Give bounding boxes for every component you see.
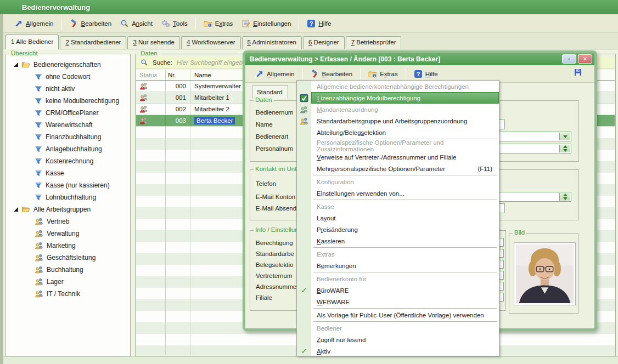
menu-item-bearbeiten[interactable]: Bearbeiten <box>65 17 116 30</box>
search-input[interactable]: Hier Suchbegriff eingeben <box>177 59 250 66</box>
menu-item-mandantenzuordnung[interactable]: Mandantenzuordnung <box>297 104 499 115</box>
bottom-strip <box>3 356 618 364</box>
tree-item-lager[interactable]: Lager <box>7 276 129 288</box>
group-icon <box>35 217 43 226</box>
group-icon <box>35 253 43 262</box>
user-status-icon <box>139 93 148 102</box>
tree-item-kasse-nur-kassieren[interactable]: Kasse (nur kassieren) <box>7 179 129 191</box>
tab-nur-sehende[interactable]: 3 Nur sehende <box>127 36 179 49</box>
tree-item-lohnbuchhaltung[interactable]: Lohnbuchhaltung <box>7 191 129 203</box>
magnifier-icon <box>120 19 129 28</box>
arrow-up-right-icon <box>255 70 264 78</box>
main-tabstrip: 1 Alle Bediener 2 Standardbediener 3 Nur… <box>3 33 618 49</box>
tree-item-keine-modulberechtigung[interactable]: keine Modulberechtigung <box>7 95 129 107</box>
users-color-icon <box>300 117 308 126</box>
dialog-menu-bearbeiten[interactable]: Bearbeiten <box>306 67 357 81</box>
dialog-menu-allgemein[interactable]: Allgemein <box>251 67 299 81</box>
column-header-status[interactable]: Status <box>136 70 166 80</box>
users-gray-icon <box>300 105 308 114</box>
field-label-bedienerart: Bedienerart <box>256 133 288 141</box>
menu-item-verweise-vertreter[interactable]: Verweise auf Vertreter-/Adressnummer und… <box>297 151 499 163</box>
column-header-nr[interactable]: Nr. <box>166 70 190 80</box>
menu-item-buroware[interactable]: ✓BüroWARE <box>297 285 499 296</box>
filter-icon <box>35 121 42 129</box>
menu-item-hilfe[interactable]: Hilfe <box>302 17 335 30</box>
tree-item-marketing[interactable]: Marketing <box>7 240 129 252</box>
menu-item-zugriff-nur-lesend[interactable]: Zugriff nur lesend <box>297 334 499 345</box>
menu-item-bemerkungen[interactable]: Bemerkungen <box>297 260 499 271</box>
user-status-icon <box>139 82 148 90</box>
tree-item-finanzbuchhaltung[interactable]: Finanzbuchhaltung <box>7 131 129 143</box>
tab-administratoren[interactable]: 5 Administratoren <box>242 36 302 49</box>
spinner-buttons[interactable] <box>559 145 570 152</box>
tree-item-geschaeftsleitung[interactable]: Geschäftsleitung <box>7 252 129 264</box>
tab-designer[interactable]: 6 Designer <box>303 36 345 49</box>
tree-item-anlagebuchhaltung[interactable]: Anlagebuchhaltung <box>7 143 129 155</box>
tab-standardbediener[interactable]: 2 Standardbediener <box>60 36 126 49</box>
tab-workflowserver[interactable]: 4 Workflowserver <box>181 36 241 49</box>
menu-item-webware[interactable]: WEBWARE <box>297 296 499 308</box>
filter-icon <box>35 109 42 117</box>
dropdown-button[interactable] <box>559 133 570 140</box>
tree-item-kasse[interactable]: Kasse <box>7 167 129 179</box>
tree-item-bedienereigenschaften[interactable]: Bedienereigenschaften <box>7 59 129 71</box>
tree-item-crm-officeplaner[interactable]: CRM/OfficePlaner <box>7 107 129 119</box>
overview-legend: Übersicht <box>9 50 40 56</box>
filter-icon <box>35 97 42 105</box>
filter-icon <box>35 194 42 201</box>
menu-item-mehr-optionen[interactable]: Mehr personalspezifische Optionen/Parame… <box>297 163 499 174</box>
tree-item-it-technik[interactable]: IT / Technik <box>7 288 129 300</box>
restore-button[interactable]: ▫ <box>562 54 576 64</box>
daten-legend: Daten <box>139 50 159 56</box>
checkbox-checked-icon <box>300 94 308 103</box>
tree-item-alle-arbeitsgruppen[interactable]: Alle Arbeitsgruppen <box>7 203 129 215</box>
dialog-group-bild: Bild <box>509 233 578 314</box>
help-icon <box>414 70 423 78</box>
menu-item-als-vorlage-public-user[interactable]: Als Vorlage für Public-User (Öffentliche… <box>297 309 499 321</box>
tree-item-verwaltung[interactable]: Verwaltung <box>7 228 129 240</box>
menu-item-tools[interactable]: Tools <box>157 17 192 30</box>
tree-item-buchhaltung[interactable]: Buchhaltung <box>7 264 129 276</box>
tab-alle-bediener[interactable]: 1 Alle Bediener <box>5 35 59 49</box>
menu-item-abteilung-belegselektion[interactable]: Abteilung/Belegselektion <box>297 127 499 138</box>
filter-icon <box>35 157 42 165</box>
menu-item-layout[interactable]: Layout <box>297 212 499 224</box>
save-icon[interactable] <box>574 68 582 77</box>
menu-item-allgemein[interactable]: Allgemein <box>10 17 58 30</box>
overview-panel: Übersicht Bedienereigenschaften ohne Cod… <box>5 54 131 356</box>
user-status-icon <box>139 116 148 125</box>
menu-item-preisaenderung[interactable]: Preisänderung <box>297 224 499 235</box>
tree-item-kostenrechnung[interactable]: Kostenrechnung <box>7 155 129 167</box>
tree-item-nicht-aktiv[interactable]: nicht aktiv <box>7 83 129 95</box>
tree-item-vertrieb[interactable]: Vertrieb <box>7 215 129 228</box>
chevron-down-icon <box>563 197 568 200</box>
menu-item-aktiv[interactable]: ✓Aktiv <box>297 345 499 357</box>
help-icon <box>307 19 316 28</box>
menu-item-ansicht[interactable]: Ansicht <box>116 17 157 30</box>
menu-item-lizenzabhaengige-modulberechtigung[interactable]: Lizenzabhängige Modulberechtigung <box>297 92 499 104</box>
spinner-buttons[interactable] <box>559 193 570 201</box>
menu-item-einstellungen[interactable]: Einstellungen <box>237 17 295 30</box>
menu-section-header: Konfiguration <box>297 176 499 187</box>
tree-item-ohne-codewort[interactable]: ohne Codewort <box>7 71 129 83</box>
edit-hammer-icon <box>70 19 78 28</box>
menu-section-header: Kasse <box>297 201 499 212</box>
overview-tree: Bedienereigenschaften ohne Codewort nich… <box>7 59 129 355</box>
menu-item-standardarbeitsgruppe[interactable]: Standardarbeitsgruppe und Arbeitsgruppen… <box>297 115 499 127</box>
field-label-vertreternummer: Vertreternum <box>256 272 292 280</box>
close-button[interactable]: ✕ <box>578 54 592 64</box>
field-label-filiale: Filiale <box>256 294 272 302</box>
menu-item-kassieren[interactable]: Kassieren <box>297 235 499 247</box>
tree-item-warenwirtschaft[interactable]: Warenwirtschaft <box>7 119 129 131</box>
menu-item-einstellungen-verwenden[interactable]: Einstellungen verwenden von... <box>297 187 499 199</box>
dialog-menu-extras[interactable]: Extras <box>364 67 402 81</box>
field-label-standardarbeitsgruppe: Standardarbe <box>256 251 294 258</box>
column-separator <box>165 127 166 355</box>
tab-betriebspruefer[interactable]: 7 Betriebsprüfer <box>346 36 402 49</box>
dialog-menu-hilfe[interactable]: Hilfe <box>409 67 442 81</box>
dialog-titlebar[interactable]: Bedienerverwaltung > Erfassen / Ändern [… <box>245 53 594 65</box>
menu-item-extras[interactable]: Extras <box>199 17 238 30</box>
menu-section-header: Extras <box>297 248 499 260</box>
gears-icon <box>161 19 170 28</box>
chevron-down-icon <box>563 135 568 138</box>
